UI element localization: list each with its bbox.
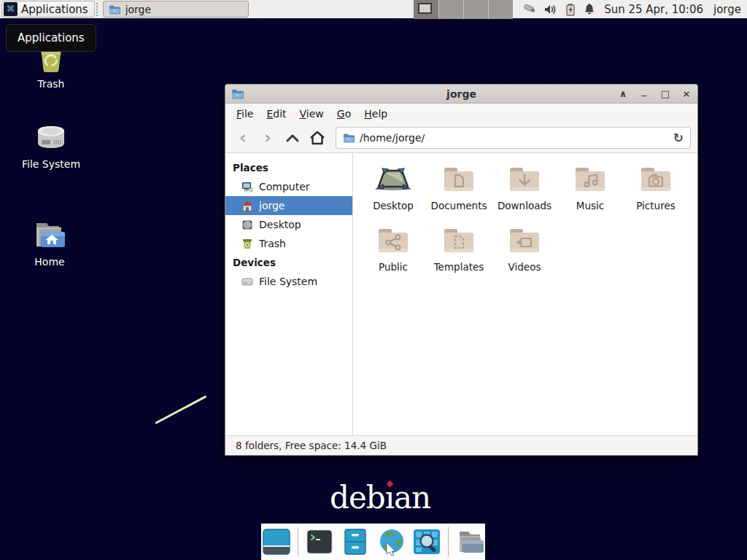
menu-help[interactable]: Help <box>357 105 394 122</box>
minimize-button[interactable]: _ <box>639 85 649 103</box>
path-folder-icon <box>343 133 355 143</box>
titlebar[interactable]: jorge ∧ _ □ × <box>225 85 697 104</box>
folder-stack-icon <box>455 529 484 555</box>
notifications-bell-icon[interactable] <box>584 3 595 15</box>
reload-icon[interactable]: ↻ <box>673 131 684 145</box>
terminal-icon <box>306 529 333 555</box>
close-button[interactable]: × <box>681 85 692 103</box>
menubar: File Edit View Go Help <box>225 104 697 123</box>
battery-icon[interactable] <box>565 3 576 16</box>
sidebar-item-label: Desktop <box>259 219 301 230</box>
desktop-icon-filesystem[interactable]: File System <box>16 121 86 170</box>
workspace-switcher[interactable] <box>414 0 513 19</box>
terminal-launcher[interactable] <box>305 527 334 556</box>
bottom-dock <box>261 524 485 560</box>
desktop-folder-icon <box>374 162 412 197</box>
workspace-1[interactable] <box>414 0 438 19</box>
sidebar-item-computer[interactable]: Computer <box>225 177 352 196</box>
desktop-icon-label: Home <box>34 256 64 268</box>
window-content: Places Computer <box>225 153 697 435</box>
desktop-icon-label: File System <box>22 158 80 170</box>
hard-drive-icon <box>32 121 70 155</box>
sidebar-item-desktop[interactable]: Desktop <box>225 215 352 234</box>
desktop-icon-home[interactable]: Home <box>15 217 85 268</box>
file-item-pictures[interactable]: Pictures <box>623 162 689 211</box>
file-item-label: Documents <box>431 200 487 211</box>
top-panel: ✖ Applications jorge <box>0 0 747 20</box>
menu-view[interactable]: View <box>293 105 330 122</box>
home-icon <box>309 131 325 145</box>
path-input[interactable]: /home/jorge/ <box>360 132 668 144</box>
file-item-public[interactable]: Public <box>360 223 426 273</box>
applications-menu-button[interactable]: ✖ Applications <box>1 1 95 18</box>
dock-separator <box>298 527 298 556</box>
sidebar-item-label: Computer <box>259 181 310 192</box>
templates-folder-icon <box>440 223 478 258</box>
file-item-label: Pictures <box>636 200 675 211</box>
panel-username[interactable]: jorge <box>713 3 741 16</box>
computer-icon <box>241 182 253 192</box>
file-pane[interactable]: Desktop Documents Downloads <box>353 153 697 435</box>
sidebar-item-label: jorge <box>259 200 285 211</box>
sidebar-item-filesystem[interactable]: File System <box>225 272 352 291</box>
file-item-label: Public <box>379 261 408 273</box>
panel-handle[interactable] <box>96 3 101 16</box>
taskbar-window-button[interactable]: jorge <box>103 1 249 18</box>
file-item-label: Videos <box>508 261 541 273</box>
file-item-label: Templates <box>434 261 484 273</box>
home-icon <box>241 201 253 211</box>
web-browser-launcher[interactable] <box>376 527 406 556</box>
desktop-icon <box>241 219 253 230</box>
sidebar-header-devices: Devices <box>225 253 352 272</box>
file-item-templates[interactable]: Templates <box>426 223 492 273</box>
location-bar[interactable]: /home/jorge/ ↻ <box>336 127 691 149</box>
music-folder-icon <box>571 162 609 197</box>
taskbar-window-label: jorge <box>125 4 151 15</box>
forward-icon: › <box>264 129 271 147</box>
workspace-2[interactable] <box>438 0 463 19</box>
dock-separator <box>448 527 449 556</box>
sidebar-item-trash[interactable]: Trash <box>225 234 352 253</box>
shade-button[interactable]: ∧ <box>618 85 628 103</box>
sidebar-item-label: File System <box>259 276 317 287</box>
sidebar-item-home[interactable]: jorge <box>225 196 352 215</box>
statusbar: 8 folders, Free space: 14.4 GiB <box>225 435 697 455</box>
forward-button[interactable]: › <box>257 127 279 149</box>
app-finder-launcher[interactable] <box>412 527 441 556</box>
file-item-desktop[interactable]: Desktop <box>360 162 426 211</box>
show-desktop-button[interactable] <box>262 527 291 556</box>
up-icon <box>285 133 300 143</box>
menu-edit[interactable]: Edit <box>260 105 293 122</box>
volume-icon[interactable] <box>544 4 557 15</box>
file-manager-launcher[interactable] <box>341 527 370 556</box>
system-tray <box>522 3 595 16</box>
menu-go[interactable]: Go <box>330 105 357 122</box>
sidebar-header-places: Places <box>225 158 352 177</box>
hard-drive-icon <box>241 276 253 287</box>
sidebar-item-label: Trash <box>259 238 286 249</box>
folder-icon <box>109 4 120 15</box>
maximize-button[interactable]: □ <box>660 85 670 103</box>
file-cabinet-icon <box>342 528 368 556</box>
show-desktop-icon <box>263 529 290 555</box>
up-button[interactable] <box>282 127 303 149</box>
panel-clock[interactable]: Sun 25 Apr, 10:06 <box>604 3 703 16</box>
file-item-downloads[interactable]: Downloads <box>492 162 557 211</box>
sidebar: Places Computer <box>225 153 353 435</box>
input-device-icon[interactable] <box>522 3 536 16</box>
file-item-music[interactable]: Music <box>557 162 623 211</box>
trash-icon <box>241 238 253 249</box>
downloads-folder-icon <box>506 162 543 197</box>
file-item-documents[interactable]: Documents <box>426 162 492 211</box>
pictures-folder-icon <box>637 162 675 197</box>
toolbar: ‹ › /home/jorge/ ↻ <box>225 123 697 153</box>
file-item-videos[interactable]: Videos <box>492 223 557 273</box>
directory-menu-launcher[interactable] <box>455 527 484 556</box>
workspace-3[interactable] <box>463 0 488 19</box>
back-button[interactable]: ‹ <box>232 127 254 149</box>
home-button[interactable] <box>306 127 328 149</box>
debian-logo: debıan <box>330 480 430 516</box>
xfce-logo-icon: ✖ <box>4 2 18 16</box>
workspace-4[interactable] <box>488 0 513 19</box>
menu-file[interactable]: File <box>230 105 260 122</box>
